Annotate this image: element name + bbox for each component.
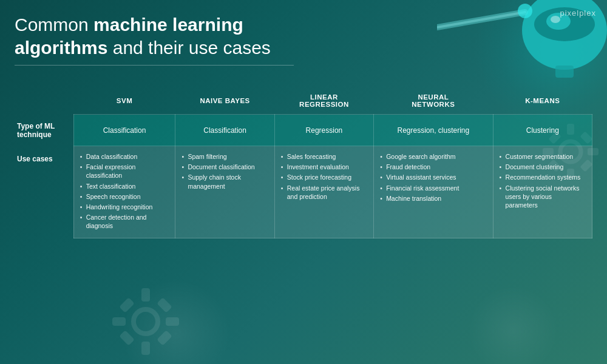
list-item: Data classification xyxy=(80,152,169,161)
header-section: Common machine learningalgorithms and th… xyxy=(15,13,318,66)
svg-point-7 xyxy=(518,4,532,18)
brand-label: pixelplex xyxy=(560,8,596,18)
table-container: SVM NAIVE BAYES LINEARREGRESSION NEURALN… xyxy=(6,90,601,359)
list-item: Stock price forecasting xyxy=(281,173,367,181)
usecases-neural-networks: Google search algorithm Fraud detection … xyxy=(374,146,493,238)
usecases-linear-regression: Sales forecasting Investment evaluation … xyxy=(274,146,373,238)
type-linear-regression: Regression xyxy=(274,115,373,146)
page-wrapper: pixelplex Common machine learningalgorit… xyxy=(0,0,607,364)
list-item: Sales forecasting xyxy=(281,152,367,161)
list-item: Speech recognition xyxy=(80,192,169,201)
list-item: Recommendation systems xyxy=(500,173,586,181)
list-item: Virtual assistant services xyxy=(380,173,486,181)
list-item: Facial expression classification xyxy=(80,163,169,180)
list-item: Google search algorithm xyxy=(380,152,486,161)
type-k-means: Clustering xyxy=(493,115,592,146)
list-item: Text classification xyxy=(80,182,169,190)
col-header-empty xyxy=(15,90,73,115)
col-header-linear-regression: LINEARREGRESSION xyxy=(274,90,373,115)
type-svm: Classification xyxy=(73,115,175,146)
use-cases-row: Use cases Data classification Facial exp… xyxy=(15,146,592,238)
list-item: Clustering social networks users by vari… xyxy=(500,184,586,210)
col-header-k-means: K-MEANS xyxy=(493,90,592,115)
usecases-linear-regression-list: Sales forecasting Investment evaluation … xyxy=(281,152,367,201)
main-title: Common machine learningalgorithms and th… xyxy=(15,13,318,59)
svg-line-5 xyxy=(437,12,525,27)
usecases-svm-list: Data classification Facial expression cl… xyxy=(80,152,169,230)
list-item: Investment evaluation xyxy=(281,163,367,171)
list-item: Financial risk assessment xyxy=(380,184,486,192)
list-item: Supply chain stock management xyxy=(181,173,268,190)
list-item: Handwriting recognition xyxy=(80,203,169,211)
title-divider xyxy=(15,65,294,66)
list-item: Document classification xyxy=(181,163,268,171)
usecases-k-means-list: Customer segmentation Document clusterin… xyxy=(500,152,586,209)
list-item: Real estate price analysis and predictio… xyxy=(281,184,367,201)
type-of-ml-row: Type of MLtechnique Classification Class… xyxy=(15,115,592,146)
usecases-naive-bayes: Spam filtering Document classification S… xyxy=(175,146,274,238)
column-header-row: SVM NAIVE BAYES LINEARREGRESSION NEURALN… xyxy=(15,90,592,115)
list-item: Customer segmentation xyxy=(500,152,586,161)
type-row-label: Type of MLtechnique xyxy=(15,115,73,146)
list-item: Machine translation xyxy=(380,194,486,203)
use-cases-row-label: Use cases xyxy=(15,146,73,238)
svg-line-6 xyxy=(437,12,525,27)
type-naive-bayes: Classification xyxy=(175,115,274,146)
list-item: Cancer detection and diagnosis xyxy=(80,213,169,230)
svg-rect-4 xyxy=(555,66,574,78)
col-header-naive-bayes: NAIVE BAYES xyxy=(175,90,274,115)
usecases-k-means: Customer segmentation Document clusterin… xyxy=(493,146,592,238)
usecases-svm: Data classification Facial expression cl… xyxy=(73,146,175,238)
main-table: SVM NAIVE BAYES LINEARREGRESSION NEURALN… xyxy=(15,90,592,238)
list-item: Fraud detection xyxy=(380,163,486,171)
type-neural-networks: Regression, clustering xyxy=(374,115,493,146)
usecases-neural-networks-list: Google search algorithm Fraud detection … xyxy=(380,152,486,203)
list-item: Document clustering xyxy=(500,163,586,171)
col-header-neural-networks: NEURALNETWORKS xyxy=(374,90,493,115)
usecases-naive-bayes-list: Spam filtering Document classification S… xyxy=(181,152,268,190)
svg-point-3 xyxy=(551,16,560,23)
col-header-svm: SVM xyxy=(73,90,175,115)
list-item: Spam filtering xyxy=(181,152,268,161)
